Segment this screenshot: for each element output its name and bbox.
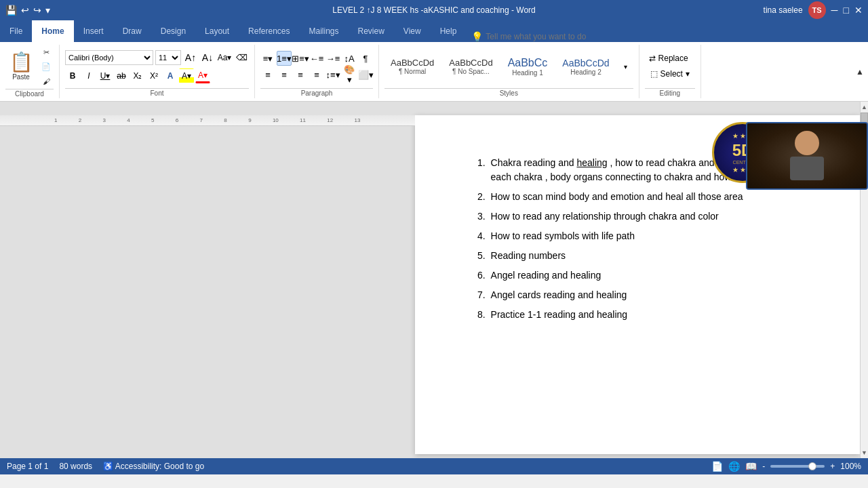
font-grow-button[interactable]: A↑ <box>183 50 198 65</box>
view-mode-read[interactable]: 📖 <box>745 461 757 472</box>
list-number: 3. <box>469 209 486 224</box>
status-right: 📄 🌐 📖 - + 100% <box>711 461 861 472</box>
accessibility-icon: ♿ <box>103 462 113 471</box>
customize-icon[interactable]: ▾ <box>45 5 50 16</box>
subscript-button[interactable]: X₂ <box>130 68 145 83</box>
format-painter-button[interactable]: 🖌 <box>39 75 54 87</box>
align-right-button[interactable]: ≡ <box>293 67 308 82</box>
tab-layout[interactable]: Layout <box>195 20 239 42</box>
strikethrough-button[interactable]: ab <box>114 68 129 83</box>
list-text: How to read symbols with life path <box>491 229 806 243</box>
zoom-plus-button[interactable]: + <box>830 462 835 471</box>
multilevel-list-button[interactable]: ⊞≡▾ <box>293 51 308 66</box>
change-case-button[interactable]: Aa▾ <box>217 50 232 65</box>
text-highlight-button[interactable]: A▾ <box>179 68 194 83</box>
superscript-button[interactable]: X² <box>146 68 161 83</box>
font-shrink-button[interactable]: A↓ <box>200 50 215 65</box>
tab-draw[interactable]: Draw <box>113 20 151 42</box>
select-dropdown-icon: ▾ <box>686 69 690 79</box>
align-center-button[interactable]: ≡ <box>277 67 292 82</box>
close-btn[interactable]: ✕ <box>854 5 863 16</box>
zoom-minus-button[interactable]: - <box>762 462 765 471</box>
tab-insert[interactable]: Insert <box>74 20 113 42</box>
tell-me-input[interactable] <box>486 32 608 41</box>
borders-button[interactable]: ⬜▾ <box>358 67 373 82</box>
tab-design[interactable]: Design <box>151 20 195 42</box>
style-normal[interactable]: AaBbCcDd ¶ Normal <box>384 47 440 86</box>
view-mode-print[interactable]: 📄 <box>711 461 723 472</box>
select-label: Select <box>660 69 683 79</box>
list-number: 2. <box>469 190 486 204</box>
redo-icon[interactable]: ↪ <box>33 5 41 16</box>
ribbon-content: 📋 Paste ✂ 📄 🖌 Clipboard Calibri (Body) 1… <box>0 42 868 102</box>
style-heading2[interactable]: AaBbCcDd Heading 2 <box>556 47 615 86</box>
decrease-indent-button[interactable]: ←≡ <box>309 51 324 66</box>
list-item: 6. Angel reading and healing <box>469 268 806 283</box>
tab-references[interactable]: References <box>239 20 299 42</box>
cut-button[interactable]: ✂ <box>39 46 54 59</box>
quick-access-toolbar[interactable]: 💾 ↩ ↪ ▾ <box>5 5 50 16</box>
paragraph-label: Paragraph <box>260 88 373 97</box>
tab-home[interactable]: Home <box>32 20 73 42</box>
style-no-spacing[interactable]: AaBbCcDd ¶ No Spac... <box>443 47 498 86</box>
align-left-button[interactable]: ≡ <box>260 67 275 82</box>
clipboard-group: 📋 Paste ✂ 📄 🖌 Clipboard <box>0 45 60 98</box>
text-effects-button[interactable]: A <box>163 68 178 83</box>
replace-button[interactable]: ⇄ Replace <box>645 52 695 65</box>
shading-button[interactable]: 🎨▾ <box>342 67 357 82</box>
status-bar: Page 1 of 1 80 words ♿ Accessibility: Go… <box>0 458 868 474</box>
list-text: Practice 1-1 reading and healing <box>491 308 806 322</box>
minimize-btn[interactable]: ─ <box>831 5 838 16</box>
style-h2-preview: AaBbCcDd <box>562 58 609 68</box>
show-formatting-button[interactable]: ¶ <box>358 51 373 66</box>
underline-button[interactable]: U▾ <box>98 68 113 83</box>
copy-button[interactable]: 📄 <box>39 60 54 73</box>
line-spacing-button[interactable]: ↕≡▾ <box>326 67 340 82</box>
clipboard-label: Clipboard <box>5 89 54 98</box>
bold-button[interactable]: B <box>65 68 80 83</box>
style-nospace-preview: AaBbCcDd <box>449 58 492 68</box>
webcam-video <box>747 123 867 188</box>
tab-help[interactable]: Help <box>431 20 467 42</box>
editing-label: Editing <box>645 88 695 97</box>
numbering-button[interactable]: 1≡▾ <box>277 51 292 66</box>
style-h1-preview: AaBbCc <box>508 57 548 69</box>
list-number: 1. <box>469 156 486 184</box>
tab-review[interactable]: Review <box>349 20 394 42</box>
tab-view[interactable]: View <box>394 20 431 42</box>
tab-mailings[interactable]: Mailings <box>299 20 348 42</box>
scroll-down-button[interactable]: ▼ <box>861 447 868 458</box>
zoom-slider[interactable] <box>770 465 825 468</box>
sort-button[interactable]: ↕A <box>342 51 357 66</box>
view-mode-web[interactable]: 🌐 <box>728 461 740 472</box>
undo-icon[interactable]: ↩ <box>21 5 29 16</box>
increase-indent-button[interactable]: →≡ <box>326 51 340 66</box>
clear-format-button[interactable]: ⌫ <box>234 50 249 65</box>
tab-file[interactable]: File <box>0 20 32 42</box>
zoom-level[interactable]: 100% <box>840 462 861 471</box>
paste-button[interactable]: 📋 Paste <box>5 47 37 87</box>
justify-button[interactable]: ≡ <box>309 67 324 82</box>
styles-more-button[interactable]: ▾ <box>618 47 633 86</box>
avatar[interactable]: TS <box>808 1 826 19</box>
accessibility-status: ♿ Accessibility: Good to go <box>103 462 204 471</box>
font-color-button[interactable]: A▾ <box>195 68 210 83</box>
select-button[interactable]: ⬚ Select ▾ <box>645 66 695 81</box>
style-heading1[interactable]: AaBbCc Heading 1 <box>502 47 554 86</box>
font-name-select[interactable]: Calibri (Body) <box>65 50 153 65</box>
paste-label: Paste <box>12 73 30 81</box>
style-normal-label: ¶ Normal <box>399 68 426 75</box>
scroll-up-button[interactable]: ▲ <box>861 102 868 113</box>
restore-btn[interactable]: □ <box>844 5 849 16</box>
list-text: How to read any relationship through cha… <box>491 209 806 224</box>
word-count: 80 words <box>59 462 92 471</box>
list-item: 2. How to scan mind body and emotion and… <box>469 190 806 204</box>
bullets-button[interactable]: ≡▾ <box>260 51 275 66</box>
font-size-select[interactable]: 11 <box>155 50 181 65</box>
style-h1-label: Heading 1 <box>512 69 543 77</box>
save-icon[interactable]: 💾 <box>5 5 17 16</box>
list-number: 5. <box>469 249 486 263</box>
main-area: 12345678910111213 1. Chakra reading and … <box>0 102 868 458</box>
italic-button[interactable]: I <box>81 68 96 83</box>
ribbon-collapse-button[interactable]: ▲ <box>852 45 868 98</box>
